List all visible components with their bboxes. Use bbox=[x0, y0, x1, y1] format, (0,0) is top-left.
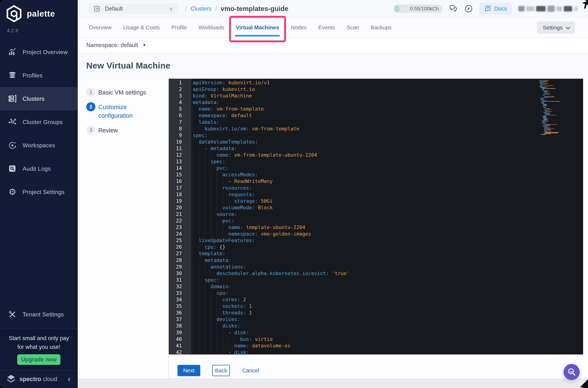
line-number: 25 bbox=[169, 237, 191, 244]
palette-logo[interactable]: palette bbox=[5, 4, 55, 23]
sidebar-item-label: Clusters bbox=[23, 96, 45, 102]
audit-icon bbox=[8, 164, 17, 173]
sidebar-item-profiles[interactable]: Profiles bbox=[0, 64, 78, 87]
next-button[interactable]: Next bbox=[178, 365, 200, 376]
code-line: 23name: template-ubuntu-2204 bbox=[169, 224, 583, 231]
docs-button[interactable]: Docs bbox=[479, 2, 512, 15]
app-version: 4.2.9 bbox=[7, 28, 18, 33]
tab-workloads[interactable]: Workloads bbox=[198, 18, 224, 37]
user-identity-redacted[interactable] bbox=[518, 6, 578, 12]
usage-quota-badge: 0.55/100kCh bbox=[394, 4, 442, 13]
code-line: 38disks: bbox=[169, 323, 583, 329]
project-selector-dropdown[interactable]: Default ∨ bbox=[89, 4, 178, 14]
line-number: 17 bbox=[169, 185, 191, 191]
line-number: 27 bbox=[169, 250, 191, 257]
main-area: Default ∨ / Clusters / vmo-templates-gui… bbox=[78, 0, 588, 388]
line-number: 8 bbox=[169, 125, 191, 132]
compass-icon[interactable] bbox=[464, 4, 473, 13]
upgrade-now-button[interactable]: Upgrade now bbox=[17, 354, 60, 365]
code-line: 39- disk: bbox=[169, 329, 583, 336]
wizard-step-review[interactable]: 3Review bbox=[86, 125, 118, 135]
code-line: 22pvc: bbox=[169, 218, 583, 224]
code-line: 17resources: bbox=[169, 185, 583, 191]
wizard-steps-panel: 1Basic VM settings2Customize configurati… bbox=[78, 79, 169, 355]
breadcrumb-separator: / bbox=[215, 5, 217, 13]
chevron-down-icon bbox=[565, 25, 570, 29]
step-number: 3 bbox=[86, 125, 95, 135]
line-number: 16 bbox=[169, 178, 191, 185]
wizard-step-customize-configuration[interactable]: 2Customize configuration bbox=[86, 102, 142, 120]
line-number: 35 bbox=[169, 303, 191, 310]
sidebar-item-tenant-settings[interactable]: Tenant Settings bbox=[0, 303, 78, 326]
sidebar-item-audit-logs[interactable]: Audit Logs bbox=[0, 157, 78, 180]
topbar: Default ∨ / Clusters / vmo-templates-gui… bbox=[78, 0, 588, 18]
line-number: 2 bbox=[169, 86, 191, 93]
tab-virtual-machines[interactable]: Virtual Machines bbox=[236, 18, 279, 37]
settings-button[interactable]: Settings bbox=[537, 22, 575, 34]
code-line: 3kind: VirtualMachine bbox=[169, 93, 583, 99]
tab-usage-costs[interactable]: Usage & Costs bbox=[123, 18, 160, 37]
code-line: 40bus: virtio bbox=[169, 336, 583, 342]
code-line: 19storage: 50Gi bbox=[169, 198, 583, 204]
sidebar-item-label: Profiles bbox=[23, 72, 43, 79]
back-button[interactable]: Back bbox=[212, 365, 230, 376]
breadcrumb-clusters-link[interactable]: Clusters bbox=[191, 5, 211, 12]
docs-label: Docs bbox=[494, 5, 507, 12]
page-footer-strip bbox=[78, 378, 588, 388]
code-line: 18requests: bbox=[169, 191, 583, 198]
sidebar-collapse-button[interactable]: ‹ bbox=[68, 375, 70, 383]
page-title: New Virtual Machine bbox=[86, 60, 170, 71]
tab-nodes[interactable]: Nodes bbox=[291, 18, 307, 37]
yaml-editor[interactable]: 1apiVersion: kubevirt.io/v12apiGroup: ku… bbox=[169, 79, 583, 355]
tab-profile[interactable]: Profile bbox=[171, 18, 187, 37]
line-number: 34 bbox=[169, 296, 191, 303]
code-line: 27template: bbox=[169, 250, 583, 257]
gear-icon: ⚙ bbox=[8, 187, 17, 197]
code-line: 31spec: bbox=[169, 277, 583, 283]
code-line: 14pvc: bbox=[169, 165, 583, 171]
line-number: 31 bbox=[169, 277, 191, 283]
app-name: palette bbox=[27, 9, 55, 19]
sidebar-item-label: Tenant Settings bbox=[23, 311, 64, 318]
code-line: 24namespace: vmo-golden-images bbox=[169, 231, 583, 237]
magnifier-smile-icon bbox=[567, 367, 576, 377]
code-line: 11- metadata: bbox=[169, 145, 583, 152]
sidebar-item-cluster-groups[interactable]: Cluster Groups bbox=[0, 110, 78, 134]
editor-minimap[interactable] bbox=[539, 80, 570, 135]
mouse-cursor bbox=[577, 376, 588, 388]
cluster-tabs: OverviewUsage & CostsProfileWorkloadsVir… bbox=[78, 18, 588, 38]
code-line: 41name: datavolume-os bbox=[169, 342, 583, 349]
code-line: 16- ReadWriteMany bbox=[169, 178, 583, 185]
usage-quota-value: 0.55/100kCh bbox=[410, 4, 439, 13]
topbar-right: 0.55/100kCh Docs bbox=[394, 2, 578, 15]
namespace-selector-value: Namespace: default bbox=[86, 42, 138, 48]
code-line: 33cpu: bbox=[169, 290, 583, 296]
sidebar-item-clusters[interactable]: Clusters bbox=[0, 87, 78, 110]
yaml-code-lines: 1apiVersion: kubevirt.io/v12apiGroup: ku… bbox=[169, 79, 583, 355]
code-line: 32domain: bbox=[169, 283, 583, 290]
line-number: 15 bbox=[169, 171, 191, 178]
brand-bar: spectro cloud ‹ bbox=[0, 370, 78, 388]
line-number: 21 bbox=[169, 211, 191, 218]
code-line: 15accessModes: bbox=[169, 171, 583, 178]
wizard-step-basic-vm-settings[interactable]: 1Basic VM settings bbox=[86, 88, 146, 97]
sidebar-item-label: Audit Logs bbox=[23, 165, 51, 172]
cancel-button[interactable]: Cancel bbox=[238, 365, 263, 376]
tab-overview[interactable]: Overview bbox=[89, 18, 112, 37]
sidebar-nav: Project OverviewProfilesClustersCluster … bbox=[0, 40, 78, 204]
book-icon bbox=[484, 5, 492, 12]
code-line: 30descheduler.alpha.kubernetes.io/evict:… bbox=[169, 270, 583, 277]
namespace-dropdown-arrow[interactable]: ▾ bbox=[143, 42, 146, 48]
sidebar-item-project-settings[interactable]: ⚙Project Settings bbox=[0, 180, 78, 204]
code-line: 10dataVolumeTemplates: bbox=[169, 139, 583, 145]
tab-backups[interactable]: Backups bbox=[371, 18, 392, 37]
sidebar-item-project-overview[interactable]: Project Overview bbox=[0, 40, 78, 64]
sidebar: palette 4.2.9 Project OverviewProfilesCl… bbox=[0, 0, 78, 388]
project-icon bbox=[93, 5, 100, 12]
tab-scan[interactable]: Scan bbox=[347, 18, 359, 37]
line-number: 13 bbox=[169, 158, 191, 165]
code-line: 34cores: 2 bbox=[169, 296, 583, 303]
tab-events[interactable]: Events bbox=[318, 18, 335, 37]
sidebar-item-workspaces[interactable]: Workspaces bbox=[0, 134, 78, 157]
chat-icon[interactable] bbox=[449, 4, 458, 13]
